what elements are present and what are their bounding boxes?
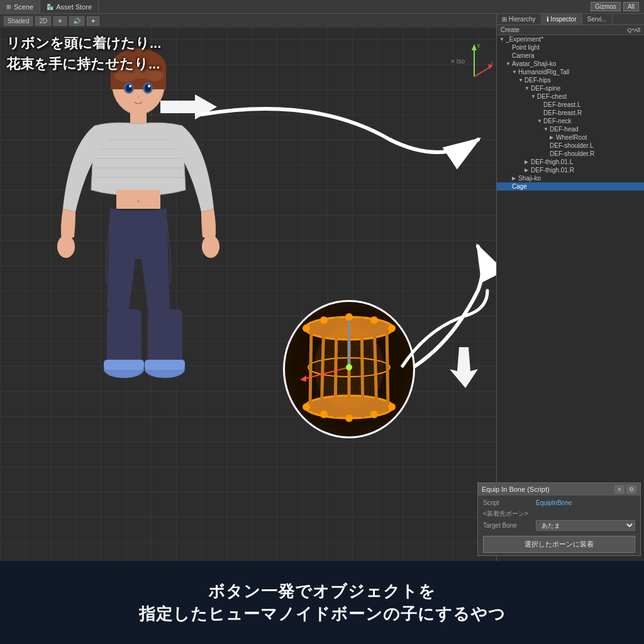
tree-item-label: DEF-breast.R <box>543 109 582 116</box>
all-button[interactable]: All <box>623 2 639 11</box>
svg-rect-29 <box>148 309 182 366</box>
tree-item[interactable]: Point light <box>497 43 644 52</box>
section-header: <装着先ボーン> <box>483 508 635 519</box>
tree-item[interactable]: DEF-shoulder.L <box>497 142 644 150</box>
tree-item-label: HumanoidRig_Tall <box>518 69 569 75</box>
svg-point-26 <box>57 235 75 258</box>
script-row: Script EquipInBone <box>483 498 635 508</box>
tree-item-label: DEF-thigh.01.R <box>531 167 574 174</box>
inspector-gear-button[interactable]: ⚙ <box>626 485 636 494</box>
svg-point-17 <box>148 85 150 87</box>
top-bar: ⊞ Scene 🏪 Asset Store Gizmos All <box>0 0 644 14</box>
main-layout: Shaded 2D ☀ 🔊 ✦ リボンを頭に着けたり... 花束を手に持たせたり… <box>0 14 644 561</box>
tree-item[interactable]: DEF-breast.R <box>497 109 644 117</box>
tree-item-label: Avatar_Shaji-ko <box>512 60 556 67</box>
tree-item[interactable]: ▶DEF-thigh.01.L <box>497 158 644 166</box>
scene-tab[interactable]: ⊞ Scene <box>0 0 40 13</box>
right-panel: ⊞ Hierarchy ℹ Inspector Servi... Create … <box>496 14 644 561</box>
svg-marker-1 <box>472 44 477 50</box>
tree-item[interactable]: DEF-breast.L <box>497 101 644 109</box>
svg-point-34 <box>137 200 140 203</box>
tree-item-label: DEF-chest <box>537 93 567 100</box>
inspector-title-bar: Equip In Bone (Script) ≡ ⚙ <box>478 483 640 496</box>
cage-object <box>283 300 415 438</box>
search-filter[interactable]: Q*All <box>627 27 640 33</box>
svg-text:Y: Y <box>477 43 480 49</box>
tree-item-label: DEF-shoulder.R <box>550 150 594 157</box>
tree-item-label: Cage <box>512 183 527 190</box>
equip-button[interactable]: 選択したボーンに装着 <box>483 536 635 553</box>
tree-item-label: DEF-spine <box>531 85 560 92</box>
scene-viewport[interactable]: Shaded 2D ☀ 🔊 ✦ リボンを頭に着けたり... 花束を手に持たせたり… <box>0 14 496 561</box>
tree-item[interactable]: ▼Avatar_Shaji-ko <box>497 60 644 68</box>
bottom-line1: ボタン一発でオブジェクトを <box>139 580 506 602</box>
tree-item-label: DEF-shoulder.L <box>550 142 593 149</box>
tree-item[interactable]: ▼DEF-spine <box>497 84 644 92</box>
inspector-panel: Equip In Bone (Script) ≡ ⚙ Script EquipI… <box>477 482 641 556</box>
tree-item[interactable]: ▼DEF-chest <box>497 92 644 101</box>
tree-item[interactable]: Cage <box>497 182 644 191</box>
gizmos-button[interactable]: Gizmos <box>591 2 621 11</box>
svg-point-52 <box>320 316 328 324</box>
svg-rect-33 <box>145 360 185 370</box>
audio-button[interactable]: 🔊 <box>69 16 84 26</box>
script-value[interactable]: EquipInBone <box>536 499 572 506</box>
scene-tab-label: Scene <box>14 3 33 11</box>
svg-marker-49 <box>300 375 306 382</box>
tree-item[interactable]: ▼DEF-head <box>497 125 644 133</box>
svg-point-58 <box>345 414 353 422</box>
right-tabs: ⊞ Hierarchy ℹ Inspector Servi... <box>497 14 644 25</box>
target-bone-label: Target Bone <box>483 522 533 529</box>
asset-store-tab-label: Asset Store <box>56 3 92 11</box>
hierarchy-tab[interactable]: ⊞ Hierarchy <box>497 14 541 25</box>
shaded-button[interactable]: Shaded <box>4 16 33 26</box>
svg-point-54 <box>370 316 378 324</box>
svg-line-44 <box>387 328 388 407</box>
tree-item[interactable]: ▶DEF-thigh.01.R <box>497 166 644 174</box>
tree-item-label: DEF-neck <box>543 118 571 125</box>
tree-item[interactable]: ▼DEF-hips <box>497 76 644 84</box>
light-button[interactable]: ☀ <box>53 16 67 26</box>
tree-item-label: DEF-head <box>550 126 579 133</box>
svg-point-55 <box>388 325 396 332</box>
tree-item-label: _Experiment* <box>506 36 543 43</box>
jp-text-overlay: リボンを頭に着けたり... 花束を手に持たせたり... <box>6 33 161 74</box>
bottom-caption: ボタン一発でオブジェクトを 指定したヒューマノイドボーンの子にするやつ <box>139 580 506 626</box>
svg-line-38 <box>310 328 311 407</box>
services-tab[interactable]: Servi... <box>582 14 613 25</box>
tree-item-label: DEF-hips <box>525 77 551 84</box>
tree-item[interactable]: ▶Shaji-ko <box>497 174 644 182</box>
gizmos-group: Gizmos All <box>586 2 644 11</box>
scene-toolbar: Shaded 2D ☀ 🔊 ✦ <box>0 14 496 28</box>
svg-point-16 <box>129 85 131 87</box>
tree-item[interactable]: DEF-shoulder.R <box>497 150 644 158</box>
inspector-tab[interactable]: ℹ Inspector <box>541 14 582 25</box>
tree-item-label: DEF-thigh.01.L <box>531 158 573 165</box>
jp-line2: 花束を手に持たせたり... <box>6 53 161 74</box>
svg-point-51 <box>303 325 310 332</box>
target-bone-select[interactable]: あたま <box>536 520 635 531</box>
tree-item[interactable]: ▼DEF-neck <box>497 117 644 125</box>
effect-button[interactable]: ✦ <box>87 16 99 26</box>
tree-item[interactable]: Camera <box>497 52 644 60</box>
axis-indicator: Y X <box>455 39 493 83</box>
tree-item[interactable]: ▼HumanoidRig_Tall <box>497 68 644 76</box>
tree-item-label: Shaji-ko <box>518 175 541 182</box>
tree-item-label: Camera <box>512 52 535 59</box>
bottom-bar: ボタン一発でオブジェクトを 指定したヒューマノイドボーンの子にするやつ <box>0 561 644 644</box>
tree-item[interactable]: ▶WheelRoot <box>497 133 644 142</box>
svg-point-27 <box>202 235 219 258</box>
tree-item-label: WheelRoot <box>556 134 587 141</box>
script-label: Script <box>483 499 533 506</box>
inspector-title: Equip In Bone (Script) <box>482 486 550 493</box>
svg-point-56 <box>303 403 310 411</box>
bottom-line2: 指定したヒューマノイドボーンの子にするやつ <box>139 602 506 625</box>
tree-item[interactable]: ▼_Experiment* <box>497 35 644 43</box>
svg-line-3 <box>474 67 490 77</box>
inspector-tab-label: Inspector <box>550 16 576 23</box>
svg-point-50 <box>346 364 352 370</box>
services-tab-label: Servi... <box>587 16 607 23</box>
2d-button[interactable]: 2D <box>35 16 51 26</box>
asset-store-tab[interactable]: 🏪 Asset Store <box>40 0 99 13</box>
inspector-menu-button[interactable]: ≡ <box>614 485 625 494</box>
